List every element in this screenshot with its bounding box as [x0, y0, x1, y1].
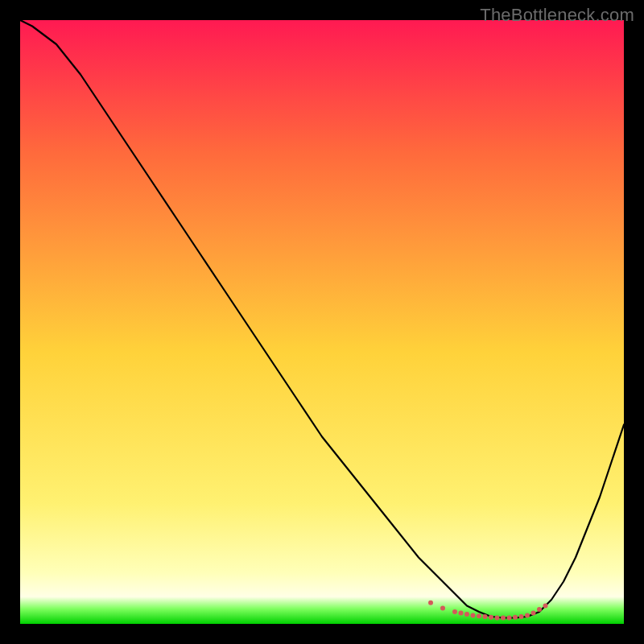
plot-area — [20, 20, 624, 624]
scatter-point — [452, 609, 457, 614]
scatter-point — [513, 615, 518, 620]
scatter-point — [464, 612, 469, 617]
scatter-point — [525, 613, 530, 618]
scatter-point — [440, 606, 445, 611]
scatter-point — [471, 613, 476, 618]
attribution-label: TheBottleneck.com — [480, 5, 634, 26]
scatter-point — [507, 616, 512, 621]
scatter-point — [489, 615, 493, 620]
scatter-point — [519, 614, 524, 619]
scatter-point — [501, 616, 506, 621]
chart-container: TheBottleneck.com — [0, 0, 644, 644]
scatter-point — [537, 607, 542, 612]
scatter-point — [483, 614, 488, 619]
scatter-point — [428, 601, 433, 605]
scatter-point — [495, 616, 500, 621]
plot-background — [20, 20, 624, 624]
scatter-point — [459, 611, 464, 616]
scatter-point — [477, 613, 481, 618]
chart-svg — [20, 20, 624, 624]
scatter-point — [543, 604, 548, 609]
scatter-point — [531, 611, 536, 616]
